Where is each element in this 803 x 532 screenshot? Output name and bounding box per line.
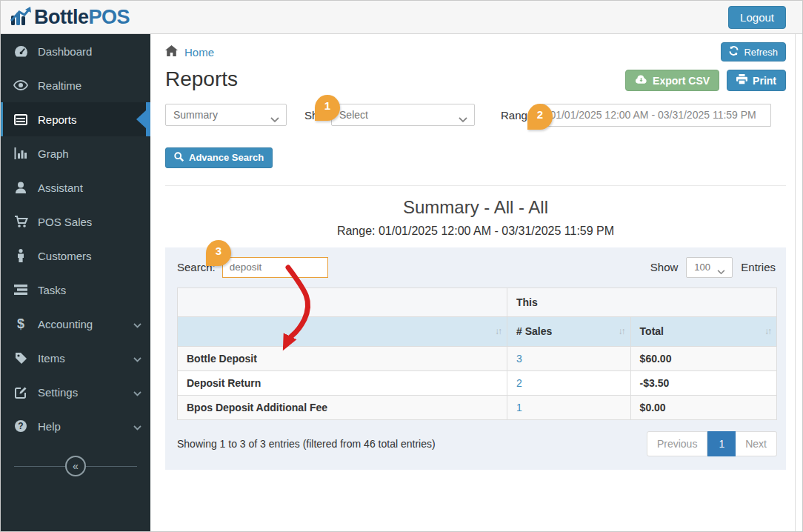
table-column-header-row: ↓↑ # Sales↓↑ Total↓↑ [178, 316, 777, 346]
bottles-chart-logo-icon [10, 6, 32, 29]
bottlepos-logo: BottlePOS [10, 6, 130, 29]
date-range-input[interactable] [542, 104, 771, 127]
annotation-step-2-badge: 2 [527, 104, 553, 130]
column-header-name[interactable]: ↓↑ [178, 316, 507, 346]
annotation-step-1-badge: 1 [315, 95, 340, 121]
edit-icon [13, 386, 28, 399]
user-icon [13, 182, 28, 194]
sidebar-item-customers[interactable]: Customers [1, 239, 150, 273]
row-sales: 2 [507, 370, 630, 395]
list-icon [13, 285, 28, 295]
group-header-this: This [507, 287, 776, 316]
dollar-icon: $ [13, 316, 28, 332]
sales-count-link[interactable]: 1 [516, 402, 522, 413]
sidebar-item-label: Customers [38, 250, 92, 262]
chevron-down-icon [459, 113, 467, 125]
filter-row: Summary Shift Select Range: [165, 104, 786, 127]
table-row: Bottle Deposit 3 $60.00 [178, 346, 777, 370]
chevron-down-icon [717, 266, 725, 277]
page-size-select[interactable]: 100 [686, 257, 733, 278]
logo-text: BottlePOS [34, 6, 130, 29]
sidebar-item-pos-sales[interactable]: POS Sales [1, 205, 150, 239]
row-total: -$3.50 [630, 370, 776, 395]
refresh-icon [729, 46, 739, 58]
shift-select[interactable]: Select [331, 104, 475, 126]
sales-count-link[interactable]: 2 [516, 377, 522, 389]
page-title: Reports [165, 67, 238, 92]
row-label: Bpos Deposit Additional Fee [178, 395, 507, 419]
show-label: Show [650, 261, 679, 273]
advance-search-label: Advance Search [189, 152, 264, 163]
export-csv-button[interactable]: Export CSV [625, 70, 719, 91]
breadcrumb-home-link[interactable]: Home [184, 46, 214, 59]
chevron-down-icon [270, 113, 279, 125]
sidebar-item-settings[interactable]: Settings [1, 375, 150, 409]
cloud-download-icon [635, 75, 647, 87]
sidebar-item-reports[interactable]: Reports [1, 102, 150, 136]
sidebar-item-graph[interactable]: Graph [1, 136, 150, 170]
sidebar-item-label: Accounting [38, 318, 93, 330]
entries-label: Entries [741, 261, 776, 273]
sidebar-item-tasks[interactable]: Tasks [1, 273, 150, 307]
cart-icon [13, 216, 28, 228]
row-total: $0.00 [630, 395, 776, 419]
sidebar-item-dashboard[interactable]: Dashboard [1, 34, 150, 68]
column-header-total[interactable]: Total↓↑ [630, 316, 776, 346]
advance-search-button[interactable]: Advance Search [165, 147, 273, 168]
chevron-down-icon [133, 318, 141, 330]
sidebar-item-items[interactable]: Items [1, 341, 150, 375]
eye-icon [13, 80, 28, 90]
row-label: Deposit Return [178, 370, 507, 395]
report-type-value: Summary [173, 109, 218, 121]
row-sales: 3 [507, 346, 630, 370]
sidebar-collapse-button[interactable]: « [65, 456, 86, 476]
pagination: Previous 1 Next [647, 431, 777, 456]
sidebar-item-help[interactable]: ? Help [1, 409, 150, 443]
table-row: Deposit Return 2 -$3.50 [178, 370, 777, 395]
pagination-next-button[interactable]: Next [736, 431, 777, 456]
sidebar-item-label: Reports [38, 113, 77, 126]
summary-range-text: Range: 01/01/2025 12:00 AM - 03/31/2025 … [165, 225, 786, 238]
refresh-label: Refresh [744, 47, 778, 58]
report-table-panel: Search: Show 100 Entries T [165, 247, 786, 470]
group-header-empty-cell [178, 287, 507, 316]
bar-chart-icon [13, 147, 28, 159]
sidebar-item-accounting[interactable]: $ Accounting [1, 307, 150, 341]
row-sales: 1 [507, 395, 630, 419]
sidebar-item-realtime[interactable]: Realtime [1, 68, 150, 102]
sort-icon: ↓↑ [764, 326, 770, 336]
sidebar-item-label: Tasks [38, 284, 66, 296]
logout-button[interactable]: Logout [728, 6, 786, 29]
row-label: Bottle Deposit [178, 346, 507, 370]
sidebar-item-assistant[interactable]: Assistant [1, 170, 150, 205]
report-table: This ↓↑ # Sales↓↑ Total↓↑ Bottle Deposit… [177, 287, 777, 420]
pagination-page-1-button[interactable]: 1 [707, 431, 736, 456]
tag-icon [13, 352, 28, 365]
table-row: Bpos Deposit Additional Fee 1 $0.00 [178, 395, 777, 419]
column-header-sales[interactable]: # Sales↓↑ [507, 316, 630, 346]
main-content: Home Refresh Reports Export CSV Print [150, 34, 802, 470]
title-row: Reports Export CSV Print [165, 67, 786, 92]
shift-select-value: Select [339, 109, 368, 121]
chevron-down-icon [133, 386, 141, 399]
print-button[interactable]: Print [727, 70, 786, 91]
refresh-button[interactable]: Refresh [721, 42, 786, 61]
table-search-input[interactable] [222, 257, 328, 278]
table-group-header-row: This [178, 287, 777, 316]
breadcrumb: Home [165, 45, 214, 59]
annotation-step-3-badge: 3 [206, 240, 231, 266]
app-window: BottlePOS Logout Dashboard Realtime Repo… [0, 0, 803, 532]
entries-info-text: Showing 1 to 3 of 3 entries (filtered fr… [177, 438, 436, 450]
pagination-previous-button[interactable]: Previous [647, 431, 707, 456]
content-right-rule [795, 34, 796, 531]
sort-icon: ↓↑ [495, 326, 501, 336]
report-type-select[interactable]: Summary [165, 104, 287, 126]
section-divider [165, 185, 786, 186]
search-icon [174, 152, 184, 164]
sidebar-item-label: POS Sales [38, 216, 92, 228]
breadcrumb-row: Home Refresh [165, 42, 786, 61]
sidebar-item-label: Assistant [38, 182, 83, 194]
sidebar-item-label: Realtime [38, 79, 81, 92]
sales-count-link[interactable]: 3 [516, 353, 522, 365]
chevron-down-icon [133, 420, 141, 433]
